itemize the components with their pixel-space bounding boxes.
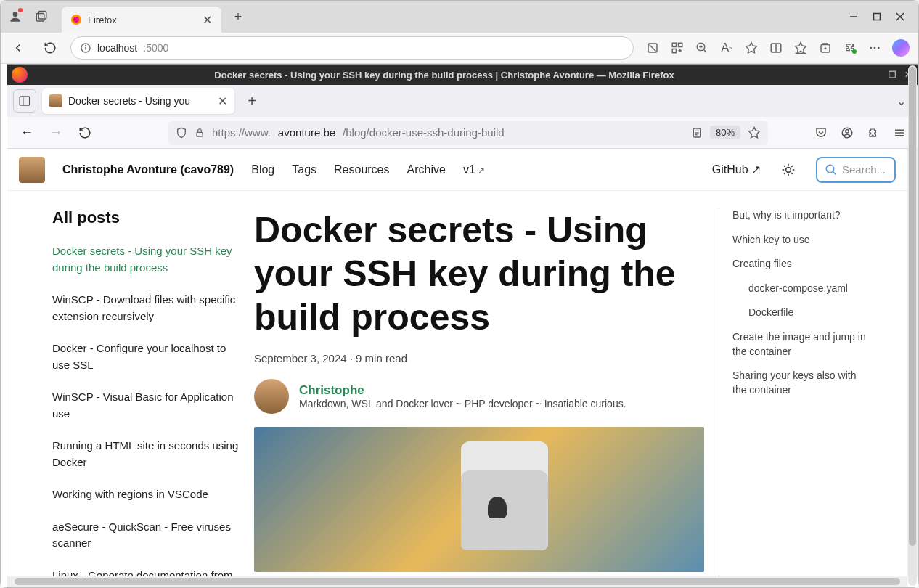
new-tab-button[interactable]: + xyxy=(240,89,264,113)
close-icon[interactable]: ✕ xyxy=(201,14,213,25)
profile-icon[interactable] xyxy=(5,7,25,27)
favorite-icon[interactable] xyxy=(744,41,759,55)
sidebar-post-link[interactable]: Docker secrets - Using your SSH key duri… xyxy=(52,243,242,276)
toc-item[interactable]: Which key to use xyxy=(732,233,871,248)
maximize-icon[interactable] xyxy=(872,12,882,22)
nav-link-archive[interactable]: Archive xyxy=(407,163,446,176)
bookmark-star-icon[interactable] xyxy=(748,126,761,139)
back-button[interactable]: ← xyxy=(16,122,38,144)
panel-toggle-icon[interactable] xyxy=(13,89,36,113)
author-avatar-icon[interactable] xyxy=(254,379,289,414)
apps-icon[interactable] xyxy=(670,41,685,55)
nav-link-resources[interactable]: Resources xyxy=(334,163,389,176)
horizontal-scrollbar[interactable] xyxy=(7,576,907,587)
site-navbar: Christophe Avonture (cavo789) Blog Tags … xyxy=(7,149,907,191)
nav-link-tags[interactable]: Tags xyxy=(292,163,316,176)
more-icon[interactable] xyxy=(867,41,882,55)
svg-rect-6 xyxy=(874,14,881,20)
url-path: /blog/docker-use-ssh-during-build xyxy=(343,126,505,139)
site-brand[interactable]: Christophe Avonture (cavo789) xyxy=(62,163,234,176)
account-icon[interactable] xyxy=(838,123,857,142)
outer-vertical-scrollbar[interactable] xyxy=(908,65,917,586)
close-window-icon[interactable] xyxy=(895,12,905,22)
inner-titlebar: Docker secrets - Using your SSH key duri… xyxy=(7,65,918,85)
inner-toolbar: ← → https://www.avonture.be/blog/docker-… xyxy=(7,117,918,149)
inner-maximize-icon[interactable]: ❐ xyxy=(886,68,899,81)
toc-item[interactable]: Creating files xyxy=(732,257,871,271)
search-icon xyxy=(825,163,838,176)
reader-icon[interactable] xyxy=(691,127,703,139)
svg-line-48 xyxy=(791,173,793,174)
sidebar-post-link[interactable]: Working with regions in VSCode xyxy=(52,486,242,503)
toc-item[interactable]: Create the image and jump in the contain… xyxy=(732,330,871,359)
theme-toggle-icon[interactable] xyxy=(778,160,798,180)
forward-button[interactable]: → xyxy=(45,122,67,144)
tab-actions-icon[interactable] xyxy=(28,4,54,30)
blocked-icon[interactable] xyxy=(645,41,660,55)
window-controls xyxy=(849,12,914,22)
firefox-favicon-icon xyxy=(70,14,82,25)
article-meta: September 3, 2024 · 9 min read xyxy=(254,352,704,364)
svg-point-29 xyxy=(878,47,880,49)
copilot-icon[interactable] xyxy=(892,39,910,57)
sidebar-heading: All posts xyxy=(52,208,242,227)
posts-sidebar: All posts Docker secrets - Using your SS… xyxy=(7,208,254,576)
text-size-icon[interactable]: A» xyxy=(719,41,734,55)
table-of-contents: But, why is it important? Which key to u… xyxy=(719,208,871,576)
outer-toolbar: localhost:5000 A» xyxy=(1,33,918,63)
outer-address-bar[interactable]: localhost:5000 xyxy=(70,36,634,60)
inner-address-bar[interactable]: https://www.avonture.be/blog/docker-use-… xyxy=(168,121,768,145)
menu-icon[interactable] xyxy=(890,123,909,142)
svg-line-49 xyxy=(784,173,785,174)
page-favicon-icon xyxy=(49,94,62,107)
author-row: Christophe Markdown, WSL and Docker love… xyxy=(254,379,704,414)
inner-browser-tab[interactable]: Docker secrets - Using you ✕ xyxy=(42,88,234,114)
outer-address-port: :5000 xyxy=(143,42,168,54)
extensions-icon[interactable] xyxy=(864,123,883,142)
outer-browser-tab[interactable]: Firefox ✕ xyxy=(62,7,221,33)
refresh-button[interactable] xyxy=(74,122,96,144)
author-bio: Markdown, WSL and Docker lover ~ PHP dev… xyxy=(299,398,626,409)
pocket-icon[interactable] xyxy=(812,123,830,142)
shield-icon[interactable] xyxy=(176,127,187,139)
toc-item[interactable]: docker-compose.yaml xyxy=(732,282,871,296)
site-avatar-icon[interactable] xyxy=(19,157,45,183)
author-name[interactable]: Christophe xyxy=(299,383,626,398)
toc-item[interactable]: Dockerfile xyxy=(732,306,871,320)
toc-item[interactable]: Sharing your keys also with the containe… xyxy=(732,369,871,397)
inner-tab-label: Docker secrets - Using you xyxy=(68,95,212,107)
sidebar-post-link[interactable]: aeSecure - QuickScan - Free viruses scan… xyxy=(52,519,242,552)
nav-link-v1[interactable]: v1 xyxy=(463,163,485,176)
collections-icon[interactable] xyxy=(818,41,833,55)
sidebar-post-link[interactable]: Linux - Generate documentation from Bash… xyxy=(52,568,242,577)
refresh-button[interactable] xyxy=(38,36,62,60)
svg-rect-14 xyxy=(672,43,676,46)
minimize-icon[interactable] xyxy=(849,12,859,22)
lock-icon[interactable] xyxy=(195,128,205,138)
svg-rect-16 xyxy=(672,49,676,53)
sidebar-post-link[interactable]: WinSCP - Visual Basic for Application us… xyxy=(52,389,242,422)
svg-point-38 xyxy=(846,129,849,133)
nav-link-blog[interactable]: Blog xyxy=(251,163,274,176)
sidebar-post-link[interactable]: WinSCP - Download files with specific ex… xyxy=(52,292,242,324)
favorites-bar-icon[interactable] xyxy=(793,41,808,55)
extensions-icon[interactable] xyxy=(843,41,857,55)
nav-link-github[interactable]: GitHub ↗ xyxy=(712,163,761,176)
toc-item[interactable]: But, why is it important? xyxy=(732,208,871,223)
svg-line-52 xyxy=(833,171,836,175)
close-icon[interactable]: ✕ xyxy=(218,94,227,108)
back-button[interactable] xyxy=(7,36,30,60)
sidebar-post-link[interactable]: Docker - Configure your localhost to use… xyxy=(52,340,242,373)
article-title: Docker secrets - Using your SSH key duri… xyxy=(254,208,704,339)
new-tab-button[interactable]: + xyxy=(226,4,250,29)
outer-titlebar: Firefox ✕ + xyxy=(1,1,918,33)
zoom-icon[interactable] xyxy=(695,41,709,55)
split-icon[interactable] xyxy=(769,41,783,55)
zoom-badge[interactable]: 80% xyxy=(710,126,740,139)
sidebar-post-link[interactable]: Running a HTML site in seconds using Doc… xyxy=(52,438,242,470)
hero-image xyxy=(254,427,704,572)
inner-firefox-window: Docker secrets - Using your SSH key duri… xyxy=(7,64,918,587)
search-input[interactable]: Search... xyxy=(816,157,896,183)
svg-point-11 xyxy=(86,45,86,46)
site-info-icon[interactable] xyxy=(80,42,91,54)
